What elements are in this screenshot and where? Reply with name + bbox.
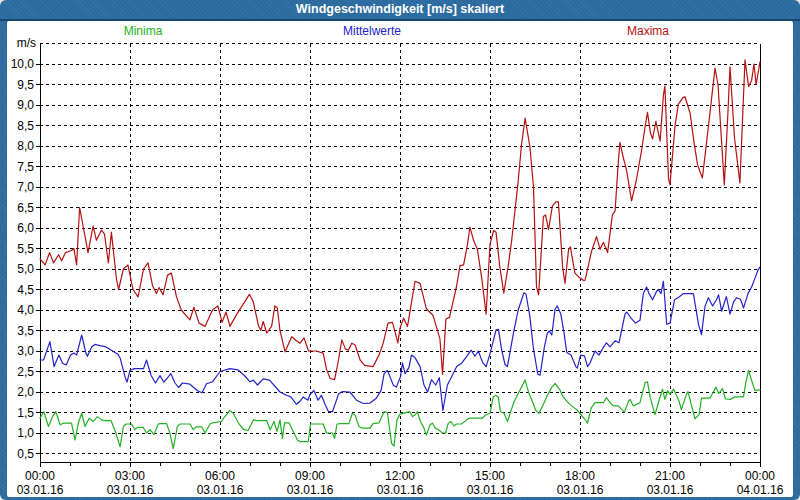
title-bar: Windgeschwindigkeit [m/s] skaliert [0,0,800,21]
window-title: Windgeschwindigkeit [m/s] skaliert [296,2,504,16]
chart-panel [7,21,793,497]
window-frame: Windgeschwindigkeit [m/s] skaliert Minim… [0,0,800,500]
